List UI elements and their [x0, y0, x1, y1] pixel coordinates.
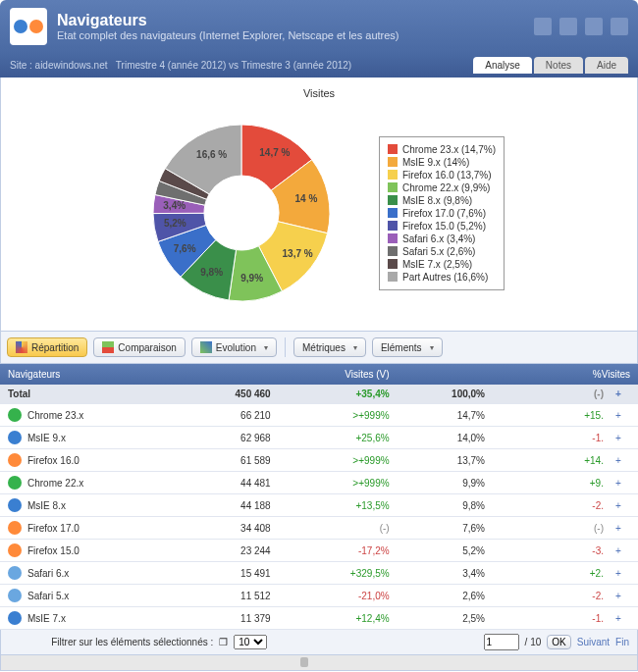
evolution-button[interactable]: Evolution — [191, 337, 277, 357]
expand-icon[interactable]: + — [611, 607, 638, 630]
ok-button[interactable]: OK — [547, 635, 570, 649]
visits-value: 66 210 — [179, 404, 279, 427]
tab-analyse[interactable]: Analyse — [473, 57, 532, 74]
table-row[interactable]: Safari 5.x 11 512 -21,0% 2,6% -2. + — [0, 585, 638, 607]
expand-icon[interactable]: + — [611, 562, 638, 585]
pct-delta: +2. — [558, 568, 604, 579]
page-input[interactable] — [484, 634, 519, 650]
column-header[interactable]: Visites (V) — [179, 364, 398, 385]
visits-value: 23 244 — [179, 540, 279, 562]
visits-delta: +12,4% — [345, 613, 390, 624]
visits-value: 44 481 — [179, 472, 279, 494]
download-icon[interactable] — [559, 18, 577, 35]
slice-label: 16,6 % — [196, 149, 227, 160]
visits-value: 61 589 — [179, 449, 279, 472]
expand-icon[interactable]: + — [611, 540, 638, 562]
tab-aide[interactable]: Aide — [585, 57, 628, 74]
next-link[interactable]: Suivant — [577, 637, 610, 647]
pct-value: 7,6% — [398, 517, 493, 540]
browser-icon — [8, 408, 22, 422]
visits-value: 11 379 — [179, 607, 279, 630]
slice-label: 9,9% — [240, 273, 263, 284]
expand-icon[interactable]: + — [611, 472, 638, 494]
visits-delta: +13,5% — [345, 500, 390, 511]
column-header[interactable]: %Visites — [398, 364, 638, 385]
table-row[interactable]: MsIE 9.x 62 968 +25,6% 14,0% -1. + — [0, 427, 638, 449]
pct-delta: -1. — [558, 613, 604, 624]
pct-value: 9,9% — [398, 472, 493, 494]
site-value: aidewindows.net — [35, 60, 108, 71]
expand-icon[interactable]: + — [611, 385, 638, 404]
expand-icon[interactable]: + — [611, 449, 638, 472]
browser-name: Safari 6.x — [27, 568, 69, 579]
legend-item: Chrome 22.x (9,9%) — [388, 181, 496, 194]
tab-notes[interactable]: Notes — [534, 57, 583, 74]
expand-icon[interactable]: + — [611, 404, 638, 427]
header: Navigateurs Etat complet des navigateurs… — [0, 0, 638, 53]
legend-item: Firefox 15.0 (5,2%) — [388, 220, 496, 233]
column-header[interactable]: Navigateurs — [0, 364, 179, 385]
pct-delta: +9. — [558, 478, 604, 489]
table-row[interactable]: Firefox 15.0 23 244 -17,2% 5,2% -3. + — [0, 540, 638, 562]
metriques-button[interactable]: Métriques — [293, 337, 366, 357]
expand-icon[interactable]: + — [611, 494, 638, 517]
repartition-button[interactable]: Répartition — [7, 337, 87, 357]
mail-icon[interactable] — [585, 18, 603, 35]
browser-icon — [8, 498, 22, 512]
per-page-select[interactable]: 10 — [234, 635, 267, 649]
page-subtitle: Etat complet des navigateurs (Internet E… — [57, 29, 399, 41]
table-row[interactable]: MsIE 7.x 11 379 +12,4% 2,5% -1. + — [0, 607, 638, 630]
visits-value: 62 968 — [179, 427, 279, 449]
table-row[interactable]: Firefox 16.0 61 589 >+999% 13,7% +14. + — [0, 449, 638, 472]
filter-label: Filtrer sur les éléments sélectionnés : — [9, 637, 213, 647]
visits-delta: (-) — [345, 523, 390, 534]
browser-name: MsIE 8.x — [27, 500, 66, 511]
browser-icon — [8, 543, 22, 557]
pct-delta: -3. — [558, 545, 604, 556]
visits-delta: +329,5% — [345, 568, 390, 579]
table-row[interactable]: Chrome 23.x 66 210 >+999% 14,7% +15. + — [0, 404, 638, 427]
period-value: Trimestre 4 (année 2012) vs Trimestre 3 … — [116, 60, 351, 71]
expand-icon[interactable]: + — [611, 427, 638, 449]
expand-icon[interactable]: + — [611, 517, 638, 540]
legend-item: MsIE 9.x (14%) — [388, 156, 496, 169]
print-icon[interactable] — [611, 18, 628, 35]
horizontal-scrollbar[interactable] — [0, 655, 638, 671]
cube-icon[interactable]: ❒ — [219, 637, 228, 647]
comparaison-button[interactable]: Comparaison — [93, 337, 185, 357]
slice-label: 13,7 % — [283, 248, 313, 259]
legend-item: Part Autres (16,6%) — [388, 271, 496, 284]
browser-icon — [8, 476, 22, 490]
visits-delta: >+999% — [345, 455, 390, 466]
browser-icon — [8, 566, 22, 580]
slice-label: 9,8% — [200, 267, 223, 278]
legend-item: Firefox 16.0 (13,7%) — [388, 169, 496, 181]
table-row[interactable]: MsIE 8.x 44 188 +13,5% 9,8% -2. + — [0, 494, 638, 517]
pct-value: 14,7% — [398, 404, 493, 427]
elements-button[interactable]: Eléments — [372, 337, 443, 357]
export-icon[interactable] — [534, 18, 552, 35]
end-link[interactable]: Fin — [615, 637, 629, 647]
pct-delta: -2. — [558, 591, 604, 601]
table-footer: Filtrer sur les éléments sélectionnés : … — [0, 630, 638, 655]
expand-icon[interactable]: + — [611, 585, 638, 607]
tabs: AnalyseNotesAide — [473, 57, 628, 74]
visits-delta: >+999% — [345, 410, 390, 421]
browser-name: Firefox 15.0 — [27, 545, 80, 556]
table-row[interactable]: Chrome 22.x 44 481 >+999% 9,9% +9. + — [0, 472, 638, 494]
total-row: Total 450 460+35,4% 100,0%(-) + — [0, 385, 638, 404]
pct-value: 5,2% — [398, 540, 493, 562]
visits-delta: >+999% — [345, 478, 390, 489]
site-label: Site : — [10, 60, 32, 71]
visits-value: 15 491 — [179, 562, 279, 585]
table-row[interactable]: Safari 6.x 15 491 +329,5% 3,4% +2. + — [0, 562, 638, 585]
visits-delta: -21,0% — [345, 591, 390, 601]
browser-icon — [8, 431, 22, 444]
legend-item: MsIE 7.x (2,5%) — [388, 258, 496, 271]
legend-item: Safari 6.x (3,4%) — [388, 233, 496, 245]
browser-name: MsIE 7.x — [27, 613, 66, 624]
browser-icon — [8, 611, 22, 625]
slice-label: 3,4% — [163, 200, 186, 211]
table-row[interactable]: Firefox 17.0 34 408 (-) 7,6% (-) + — [0, 517, 638, 540]
browser-name: Chrome 23.x — [27, 410, 83, 421]
